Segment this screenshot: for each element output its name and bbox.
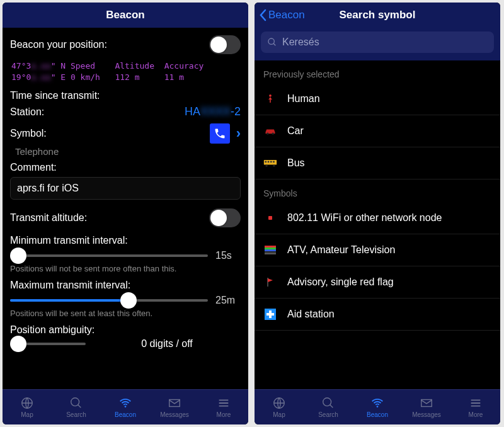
menu-icon (469, 396, 483, 410)
list-item[interactable]: Advisory, single red flag (255, 266, 500, 299)
min-interval-label: Minimum transmit interval: (10, 231, 241, 246)
list-item[interactable]: Car (255, 115, 500, 147)
search-input[interactable]: Keresés (261, 31, 494, 53)
svg-rect-3 (169, 400, 180, 407)
tab-search[interactable]: Search (304, 390, 353, 424)
bus-icon (263, 156, 277, 170)
tab-more[interactable]: More (199, 390, 248, 424)
globe-icon (20, 396, 34, 410)
station-value: HAXXXX-2 (185, 105, 241, 118)
svg-point-6 (266, 133, 268, 135)
tab-messages[interactable]: Messages (402, 390, 451, 424)
ambig-value: 0 digits / off (93, 338, 241, 350)
beacon-position-toggle[interactable] (209, 35, 241, 54)
svg-rect-26 (421, 400, 432, 407)
tab-search[interactable]: Search (52, 390, 101, 424)
svg-point-25 (377, 406, 379, 407)
station-row[interactable]: Station: HAXXXX-2 (10, 103, 241, 121)
svg-point-24 (323, 398, 331, 406)
searchbar: Keresés (255, 28, 500, 60)
beacon-screen: Beacon Beacon your position: 47°3x.xx" N… (3, 3, 248, 424)
svg-rect-18 (265, 249, 276, 251)
time-row: Time since transmit: (10, 89, 241, 103)
list-item[interactable]: ATV, Amateur Television (255, 234, 500, 266)
svg-point-13 (265, 165, 267, 167)
tab-beacon[interactable]: Beacon (101, 390, 150, 424)
svg-rect-10 (268, 161, 270, 163)
globe-icon (272, 396, 286, 410)
tab-messages[interactable]: Messages (150, 390, 199, 424)
section-symbols: Symbols (255, 179, 500, 202)
transmit-alt-row: Transmit altitude: (10, 205, 241, 231)
svg-rect-12 (273, 161, 275, 163)
back-button[interactable]: Beacon (258, 9, 305, 21)
symbol-list: Previously selected Human Car Bus Symbol… (255, 60, 500, 389)
wifi-icon (370, 396, 384, 410)
max-interval-value: 25m (215, 295, 241, 306)
magnifier-icon (321, 396, 335, 410)
svg-point-2 (125, 406, 127, 407)
envelope-icon (420, 396, 433, 410)
telephone-icon (210, 123, 230, 144)
max-interval-hint: Positions will be sent at least this oft… (10, 307, 241, 324)
svg-point-1 (71, 398, 79, 406)
navbar-title: Search symbol (340, 9, 416, 21)
comment-label: Comment: (10, 161, 241, 174)
min-interval-value: 15s (215, 250, 241, 261)
list-item[interactable]: Bus (255, 147, 500, 179)
atv-icon (263, 243, 277, 257)
tab-map[interactable]: Map (255, 390, 304, 424)
wifi-node-icon (263, 211, 277, 225)
svg-rect-11 (270, 161, 272, 163)
ambig-slider[interactable]: 0 digits / off (10, 336, 241, 352)
magnifier-icon (69, 396, 83, 410)
comment-input[interactable] (10, 177, 241, 200)
chevron-right-icon: › (236, 125, 241, 142)
search-symbol-screen: Beacon Search symbol Keresés Previously … (255, 3, 500, 424)
navbar: Beacon (3, 3, 248, 28)
symbol-label: Symbol: (10, 128, 47, 139)
tab-map[interactable]: Map (3, 390, 52, 424)
search-icon (267, 37, 277, 47)
human-icon (263, 92, 277, 106)
envelope-icon (168, 396, 181, 410)
navbar: Beacon Search symbol (255, 3, 500, 28)
svg-point-4 (268, 38, 274, 44)
menu-icon (217, 396, 231, 410)
tab-more[interactable]: More (451, 390, 500, 424)
car-icon (263, 124, 277, 138)
svg-point-7 (272, 133, 274, 135)
list-item[interactable]: Human (255, 83, 500, 115)
svg-rect-17 (265, 248, 276, 249)
svg-point-5 (269, 94, 272, 97)
navbar-title: Beacon (106, 9, 144, 21)
station-label: Station: (10, 106, 44, 118)
transmit-alt-toggle[interactable] (209, 208, 241, 227)
aid-station-icon (263, 307, 277, 321)
section-previously-selected: Previously selected (255, 60, 500, 83)
wifi-icon (118, 396, 132, 410)
list-item[interactable]: Aid station (255, 299, 500, 331)
symbol-row[interactable]: Symbol: › (10, 121, 241, 146)
tabbar: Map Search Beacon Messages More (3, 389, 248, 424)
tab-beacon[interactable]: Beacon (353, 390, 402, 424)
svg-rect-22 (266, 313, 274, 316)
beacon-position-label: Beacon your position: (10, 39, 107, 50)
svg-rect-16 (265, 246, 276, 248)
time-label: Time since transmit: (10, 90, 100, 101)
min-interval-slider[interactable]: 15s (10, 246, 241, 263)
svg-point-14 (273, 165, 275, 167)
list-item[interactable]: 802.11 WiFi or other network node (255, 202, 500, 234)
beacon-position-row: Beacon your position: (10, 31, 241, 58)
red-flag-icon (263, 275, 277, 289)
chevron-left-icon (258, 9, 267, 21)
min-interval-hint: Positions will not be sent more often th… (10, 263, 241, 280)
beacon-content: Beacon your position: 47°3x.xx" N Speed … (3, 28, 248, 389)
max-interval-slider[interactable]: 25m (10, 291, 241, 307)
svg-rect-19 (265, 253, 276, 254)
svg-rect-9 (265, 161, 267, 163)
transmit-alt-label: Transmit altitude: (10, 212, 87, 224)
ambig-label: Position ambiguity: (10, 324, 241, 336)
max-interval-label: Maximum transmit interval: (10, 280, 241, 291)
tabbar: Map Search Beacon Messages More (255, 389, 500, 424)
